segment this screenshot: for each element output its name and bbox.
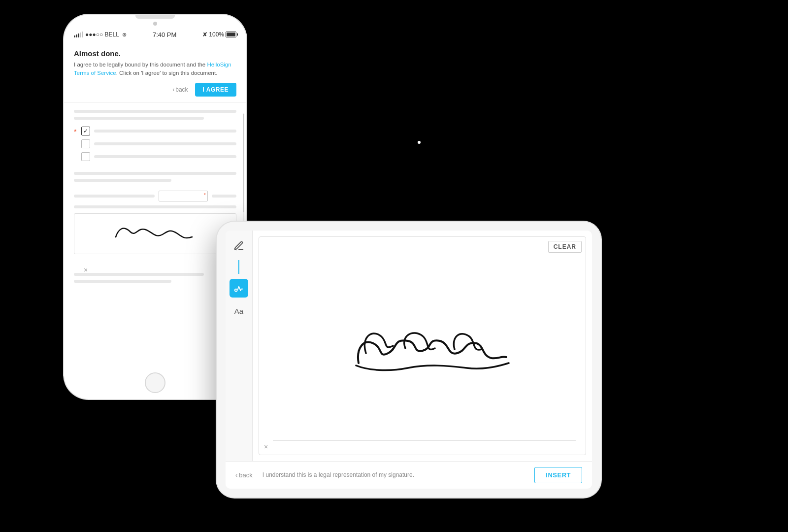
consent-body-part2: . Click on 'I agree' to sign this docume… bbox=[116, 70, 218, 76]
consent-banner: Almost done. I agree to be legally bound… bbox=[64, 42, 246, 103]
back-chevron: ‹ bbox=[172, 86, 174, 93]
insert-button[interactable]: INSERT bbox=[534, 467, 582, 483]
phone-signature-box bbox=[74, 213, 236, 255]
battery-fill bbox=[227, 33, 235, 36]
battery-indicator: ✘ 100% bbox=[202, 31, 236, 38]
doc-line-5 bbox=[74, 205, 236, 208]
checkbox-2[interactable] bbox=[81, 139, 90, 148]
phone-status-bar: ●●●○○ BELL ⊛ 7:40 PM ✘ 100% bbox=[64, 29, 246, 40]
tablet-device: Aa CLEAR bbox=[217, 222, 601, 498]
time-label: 7:40 PM bbox=[153, 31, 176, 38]
text-input-field[interactable]: * bbox=[159, 191, 208, 201]
i-agree-button[interactable]: I AGREE bbox=[195, 83, 236, 97]
consent-body-part1: I agree to be legally bound by this docu… bbox=[74, 62, 207, 67]
checkbox-3[interactable] bbox=[81, 152, 90, 161]
doc-line-2 bbox=[74, 117, 204, 120]
signature-canvas[interactable]: CLEAR bbox=[259, 236, 586, 455]
input-row: * bbox=[74, 191, 236, 201]
tablet-main-area: Aa CLEAR bbox=[226, 231, 592, 461]
toolbar-active-indicator bbox=[238, 260, 239, 274]
carrier-label: ●●●○○ BELL bbox=[85, 31, 119, 38]
canvas-x-label: × bbox=[264, 443, 268, 451]
back-label: back bbox=[175, 86, 188, 93]
checkbox-line-1 bbox=[94, 130, 236, 133]
signature-baseline bbox=[273, 440, 576, 441]
text-tool-button[interactable]: Aa bbox=[230, 301, 248, 320]
checkbox-items: ✓ bbox=[81, 127, 236, 165]
consent-text: I agree to be legally bound by this docu… bbox=[74, 61, 236, 78]
document-lines bbox=[64, 103, 246, 120]
svg-point-1 bbox=[235, 289, 237, 292]
checkbox-line-2 bbox=[94, 142, 236, 145]
text-tool-icon: Aa bbox=[234, 307, 243, 315]
phone-back-link[interactable]: ‹ back bbox=[172, 86, 188, 93]
required-star: * bbox=[74, 128, 76, 135]
phone-camera bbox=[153, 22, 157, 26]
checkbox-1[interactable]: ✓ bbox=[81, 127, 90, 135]
tablet-legal-text: I understand this is a legal representat… bbox=[263, 471, 525, 479]
tablet-screen: Aa CLEAR bbox=[226, 231, 592, 489]
signature-drawing bbox=[259, 237, 586, 455]
wifi-icon: ⊛ bbox=[122, 32, 127, 38]
signature-canvas-area: CLEAR bbox=[253, 231, 592, 461]
phone-signature-image bbox=[79, 218, 231, 250]
scrollbar-thumb bbox=[243, 114, 244, 212]
draw-tool-button[interactable] bbox=[230, 279, 248, 298]
checkbox-item-3 bbox=[81, 152, 236, 161]
input-section: * bbox=[64, 186, 246, 208]
pen-tool-button[interactable] bbox=[230, 236, 248, 255]
doc-line-7 bbox=[74, 280, 171, 283]
consent-actions: ‹ back I AGREE bbox=[74, 83, 236, 97]
signal-icon bbox=[74, 32, 83, 37]
battery-percent: 100% bbox=[209, 31, 224, 38]
checkbox-item-1: ✓ bbox=[81, 127, 236, 135]
doc-line-1 bbox=[74, 110, 236, 113]
checkbox-section: * ✓ bbox=[64, 124, 246, 165]
doc-line-3 bbox=[74, 172, 236, 175]
status-left: ●●●○○ BELL ⊛ bbox=[74, 31, 127, 38]
battery-icon bbox=[226, 32, 236, 37]
input-line-before bbox=[74, 195, 155, 198]
tablet-footer: ‹ back I understand this is a legal repr… bbox=[226, 461, 592, 489]
input-line-after bbox=[212, 195, 236, 198]
phone-home-button[interactable] bbox=[145, 372, 165, 393]
checkbox-line-3 bbox=[94, 155, 236, 158]
checkbox-item-2 bbox=[81, 139, 236, 148]
bluetooth-icon: ✘ bbox=[202, 31, 207, 38]
document-lines-2 bbox=[64, 165, 246, 182]
doc-line-4 bbox=[74, 179, 171, 182]
tablet-back-chevron: ‹ bbox=[235, 471, 237, 479]
checkmark-1: ✓ bbox=[83, 128, 88, 134]
white-dot bbox=[418, 141, 421, 144]
signature-toolbar: Aa bbox=[226, 231, 253, 461]
consent-title: Almost done. bbox=[74, 49, 236, 58]
input-required-star: * bbox=[204, 192, 206, 198]
tablet-body: Aa CLEAR bbox=[217, 222, 601, 498]
phone-notch bbox=[135, 15, 175, 19]
tablet-back-label: back bbox=[239, 471, 252, 479]
tablet-back-link[interactable]: ‹ back bbox=[235, 471, 253, 479]
